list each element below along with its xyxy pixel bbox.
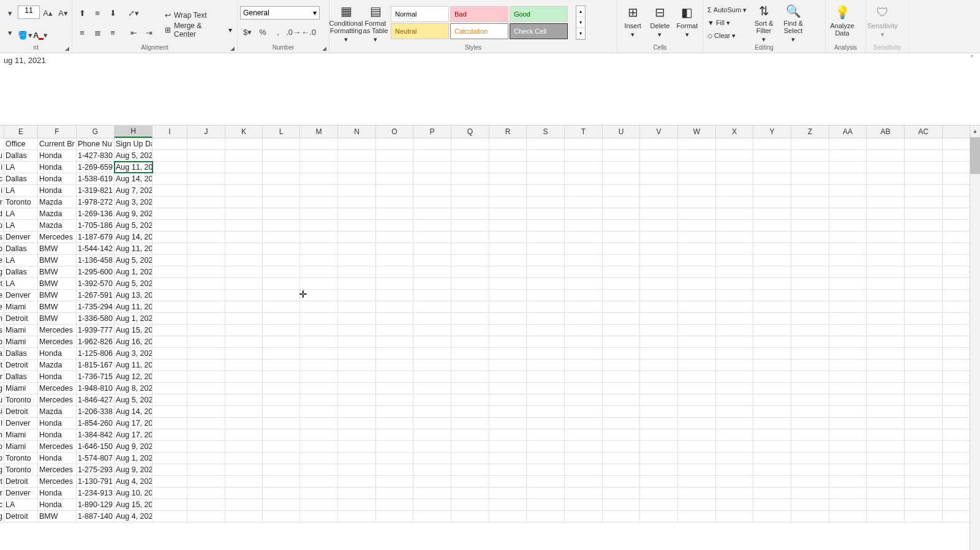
data-cell[interactable]: Aug 3, 2021 (115, 348, 153, 359)
data-cell[interactable]: Dallas (4, 371, 38, 382)
data-cell[interactable] (527, 418, 565, 429)
data-cell[interactable] (376, 499, 413, 510)
data-cell[interactable] (640, 476, 678, 487)
data-cell[interactable]: Mercedes (38, 394, 77, 405)
data-cell[interactable] (263, 278, 300, 289)
data-cell[interactable] (376, 383, 413, 394)
data-cell[interactable] (791, 394, 829, 405)
data-cell[interactable] (678, 150, 716, 161)
data-cell[interactable] (263, 185, 300, 196)
data-cell[interactable] (376, 197, 413, 208)
data-cell[interactable] (225, 313, 263, 324)
data-cell[interactable] (905, 325, 943, 336)
data-cell[interactable] (413, 208, 451, 219)
data-cell[interactable]: 1-275-293 (77, 464, 115, 475)
data-cell[interactable] (153, 243, 187, 254)
data-cell[interactable] (603, 301, 640, 312)
data-cell[interactable] (829, 232, 867, 243)
data-cell[interactable] (300, 197, 338, 208)
data-cell[interactable] (225, 453, 263, 464)
style-bad[interactable]: Bad (450, 6, 508, 22)
data-cell[interactable] (489, 441, 527, 452)
data-cell[interactable]: 1-427-830 (77, 150, 115, 161)
data-cell[interactable] (338, 429, 376, 440)
data-cell[interactable]: Aug 1, 2021 (115, 453, 153, 464)
data-cell[interactable] (263, 511, 300, 522)
number-format-select[interactable]: General▾ (240, 6, 320, 20)
data-cell[interactable]: Honda (38, 348, 77, 359)
data-cell[interactable] (791, 406, 829, 417)
data-cell[interactable] (451, 371, 489, 382)
data-cell[interactable] (565, 464, 603, 475)
data-cell[interactable] (489, 511, 527, 522)
data-cell[interactable] (678, 464, 716, 475)
data-cell[interactable] (376, 488, 413, 499)
data-cell[interactable] (413, 336, 451, 347)
data-cell[interactable]: Miami (4, 429, 38, 440)
data-cell[interactable] (867, 185, 905, 196)
data-cell[interactable] (603, 278, 640, 289)
increase-indent-button[interactable]: ⇥ (141, 25, 156, 40)
data-cell[interactable] (565, 499, 603, 510)
data-cell[interactable] (527, 197, 565, 208)
data-cell[interactable] (867, 418, 905, 429)
table-row[interactable]: gTorontoMercedes1-275-293Aug 9, 2021 (0, 464, 970, 476)
data-cell[interactable] (791, 325, 829, 336)
data-cell[interactable] (489, 325, 527, 336)
data-cell[interactable] (640, 394, 678, 405)
data-cell[interactable]: 1-705-186 (77, 220, 115, 231)
increase-font-button[interactable]: A▴ (40, 6, 55, 20)
style-good[interactable]: Good (510, 6, 568, 22)
data-cell[interactable] (489, 464, 527, 475)
data-cell[interactable] (376, 255, 413, 266)
header-cell-E[interactable]: Office (4, 138, 38, 149)
data-cell[interactable] (300, 371, 338, 382)
data-cell[interactable] (187, 348, 225, 359)
data-cell[interactable] (829, 488, 867, 499)
data-cell[interactable] (300, 232, 338, 243)
data-cell[interactable] (376, 441, 413, 452)
data-cell[interactable]: Miami (4, 336, 38, 347)
data-cell[interactable]: Aug 11, 2021 (115, 301, 153, 312)
column-header-M[interactable]: M (300, 126, 338, 138)
data-cell[interactable]: Toronto (4, 464, 38, 475)
data-cell[interactable] (905, 383, 943, 394)
data-cell[interactable] (263, 429, 300, 440)
data-cell[interactable] (338, 313, 376, 324)
column-header-Z[interactable]: Z (791, 126, 829, 138)
data-cell[interactable] (338, 290, 376, 301)
data-cell[interactable] (565, 418, 603, 429)
data-cell[interactable] (225, 476, 263, 487)
data-cell[interactable] (791, 313, 829, 324)
data-cell[interactable] (716, 208, 753, 219)
data-cell[interactable] (867, 453, 905, 464)
data-cell[interactable] (527, 185, 565, 196)
data-cell[interactable]: Dallas (4, 150, 38, 161)
data-cell[interactable] (867, 336, 905, 347)
data-cell[interactable]: 1-646-150 (77, 441, 115, 452)
data-cell[interactable] (451, 511, 489, 522)
data-cell[interactable] (225, 301, 263, 312)
data-cell[interactable] (905, 418, 943, 429)
align-middle-button[interactable]: ≡ (90, 6, 105, 20)
data-cell[interactable] (300, 394, 338, 405)
data-cell[interactable]: Aug 5, 2021 (115, 150, 153, 161)
column-header-V[interactable]: V (640, 126, 678, 138)
data-cell[interactable] (338, 418, 376, 429)
data-cell[interactable] (527, 476, 565, 487)
data-cell[interactable] (263, 220, 300, 231)
table-row[interactable]: lDenverHonda1-854-260Aug 17, 2021 (0, 418, 970, 429)
table-row[interactable]: nDetroitBMW1-336-580Aug 1, 2021 (0, 313, 970, 325)
data-cell[interactable] (603, 325, 640, 336)
data-cell[interactable] (678, 185, 716, 196)
data-cell[interactable] (413, 476, 451, 487)
data-cell[interactable]: Aug 17, 2021 (115, 418, 153, 429)
data-cell[interactable]: 1-206-338 (77, 406, 115, 417)
data-cell[interactable] (187, 511, 225, 522)
data-cell[interactable] (716, 453, 753, 464)
data-cell[interactable] (829, 476, 867, 487)
data-cell[interactable] (413, 406, 451, 417)
data-cell[interactable] (300, 255, 338, 266)
data-cell[interactable] (376, 348, 413, 359)
data-cell[interactable] (678, 266, 716, 277)
